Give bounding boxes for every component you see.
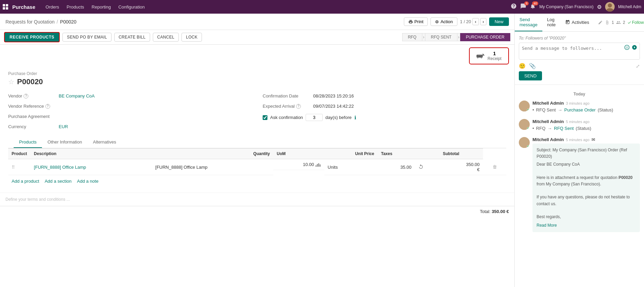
workflow-step-purchase-order[interactable]: PURCHASE ORDER <box>460 33 510 41</box>
expand-compose-icon[interactable] <box>632 45 637 50</box>
add-product-link[interactable]: Add a product <box>12 179 39 184</box>
confirmation-date-label: Confirmation Date <box>263 93 310 99</box>
vendor-ref-help-icon[interactable]: ? <box>45 104 50 109</box>
tab-other-info[interactable]: Other Information <box>42 137 87 148</box>
vendor-ref-label: Vendor Reference <box>8 104 44 109</box>
app-logo[interactable] <box>3 4 8 10</box>
workflow-step-rfq[interactable]: RFQ <box>402 33 422 41</box>
ask-confirmation-checkbox[interactable] <box>263 115 267 120</box>
expand-icon[interactable]: ⤢ <box>636 63 640 69</box>
send-po-email-button[interactable]: SEND PO BY EMAIL <box>62 33 111 42</box>
cancel-button[interactable]: CANCEL <box>153 33 179 42</box>
vendor-value[interactable]: BE Company CoA <box>59 93 95 99</box>
email-closing: Best regards, <box>537 214 636 220</box>
breadcrumb-actions: Print Action 1 / 20 ‹ › New <box>404 17 509 26</box>
tab-products[interactable]: Products <box>14 137 42 148</box>
message-author-2: Mitchell Admin <box>532 119 564 124</box>
receipt-label: Receipt <box>487 56 501 61</box>
message-time-2: 5 minutes ago <box>566 120 589 124</box>
chart-icon[interactable] <box>316 162 321 167</box>
compose-tools: 🙂 📎 ⤢ <box>519 63 640 69</box>
settings-icon[interactable]: ⚙ <box>597 4 602 10</box>
message-item-3: Mitchell Admin 5 minutes ago ✉ Subject: … <box>519 137 640 232</box>
expected-arrival-help-icon[interactable]: ? <box>296 104 301 109</box>
chat-icon[interactable]: 8 <box>520 3 526 11</box>
status-link-2[interactable]: RFQ Sent <box>554 125 574 132</box>
following-button[interactable]: Following <box>627 20 644 25</box>
emoji-button[interactable]: 🙂 <box>519 63 526 69</box>
col-subtotal: Subtotal <box>415 149 463 159</box>
message-item-1: Mitchell Admin 3 minutes ago • RFQ Sent … <box>519 101 640 114</box>
read-more-link[interactable]: Read More <box>537 222 636 229</box>
edit-icon[interactable] <box>598 20 603 25</box>
message-time-1: 3 minutes ago <box>566 101 589 105</box>
svg-rect-3 <box>478 56 482 56</box>
days-before-input[interactable] <box>306 114 323 121</box>
reset-icon[interactable] <box>418 164 424 169</box>
favorite-star[interactable]: ☆ <box>8 78 14 86</box>
breadcrumb-parent[interactable]: Requests for Quotation <box>5 19 55 25</box>
vendor-help-icon[interactable]: ? <box>24 94 28 99</box>
receive-products-button[interactable]: RECEIVE PRODUCTS <box>4 32 60 42</box>
ask-confirmation-label: Ask confirmation <box>270 115 303 120</box>
terms-area[interactable]: Define your terms and conditions ... <box>0 193 514 206</box>
col-description: Description <box>30 149 152 159</box>
col-product: Product <box>8 149 30 159</box>
form-content: Purchase Order ☆ P00020 Vendor ? BE Comp… <box>0 66 514 193</box>
workflow-step-rfq-sent[interactable]: RFQ SENT <box>425 33 457 41</box>
company-name[interactable]: My Company (San Francisco) <box>539 4 594 9</box>
product-name[interactable]: [FURN_8888] Office Lamp <box>30 159 152 175</box>
lock-button[interactable]: LOCK <box>181 33 202 42</box>
compose-input[interactable] <box>519 43 640 60</box>
attachment-icon[interactable] <box>605 20 610 25</box>
create-bill-button[interactable]: CREATE BILL <box>114 33 150 42</box>
help-icon[interactable] <box>511 3 517 11</box>
activity-icon[interactable]: 40 <box>530 3 536 11</box>
svg-point-12 <box>626 47 627 47</box>
record-type: Purchase Order <box>8 71 506 76</box>
check-icon <box>627 20 631 25</box>
menu-reporting[interactable]: Reporting <box>88 3 114 11</box>
send-button[interactable]: SEND <box>519 71 542 80</box>
message-author-1: Mitchell Admin <box>532 101 564 106</box>
confirmation-date-field: Confirmation Date 08/28/2023 15:20:16 <box>263 92 506 102</box>
pager-next[interactable]: › <box>480 18 486 25</box>
confirmation-info-icon[interactable]: ℹ <box>354 115 356 120</box>
status-link-1[interactable]: Purchase Order <box>564 107 596 114</box>
status-change-2: • RFQ → RFQ Sent (Status) <box>532 125 640 132</box>
right-fields: Confirmation Date 08/28/2023 15:20:16 Ex… <box>263 92 506 133</box>
attachment-button[interactable]: 📎 <box>529 63 536 69</box>
new-button[interactable]: New <box>489 17 509 26</box>
emoji-icon[interactable] <box>624 45 630 50</box>
menu-configuration[interactable]: Configuration <box>115 3 148 11</box>
compose-to: To: Followers of "P00020" <box>519 36 640 41</box>
vendor-ref-field: Vendor Reference ? <box>8 102 252 112</box>
receipt-button[interactable]: 1 Receipt <box>469 47 509 64</box>
table-add-links: Add a product Add a section Add a note <box>8 175 506 187</box>
tab-alternatives[interactable]: Alternatives <box>87 137 121 148</box>
menu-orders[interactable]: Orders <box>42 3 63 11</box>
chatter-tab-log-note[interactable]: Log note <box>542 14 560 31</box>
currency-value[interactable]: EUR <box>59 124 68 129</box>
purchase-agreement-label: Purchase Agreement <box>8 114 56 119</box>
confirmation-date-value: 08/28/2023 15:20:16 <box>313 93 354 99</box>
user-avatar[interactable] <box>605 2 615 12</box>
avatar-2 <box>519 119 530 130</box>
add-note-link[interactable]: Add a note <box>77 179 99 184</box>
avatar-3 <box>519 137 530 148</box>
followers-count: 2 <box>623 20 625 25</box>
row-reorder-handle[interactable]: ⠿ <box>8 159 30 175</box>
svg-rect-9 <box>318 163 319 167</box>
followers-icon[interactable] <box>616 20 621 25</box>
chatter-tab-send-message[interactable]: Send message <box>515 14 542 31</box>
chatter-tab-activities[interactable]: Activities <box>560 14 594 31</box>
add-section-link[interactable]: Add a section <box>45 179 72 184</box>
pager-prev[interactable]: ‹ <box>472 18 479 25</box>
print-button[interactable]: Print <box>404 17 428 26</box>
table-header-row: Product Description Quantity UoM Unit Pr… <box>8 149 506 159</box>
action-button[interactable]: Action <box>430 17 457 26</box>
form-tabs: Products Other Information Alternatives <box>8 137 506 148</box>
workflow-bar: RFQ › RFQ SENT › PURCHASE ORDER <box>402 33 510 41</box>
menu-products[interactable]: Products <box>63 3 87 11</box>
row-delete[interactable]: 🗑 <box>483 159 506 175</box>
